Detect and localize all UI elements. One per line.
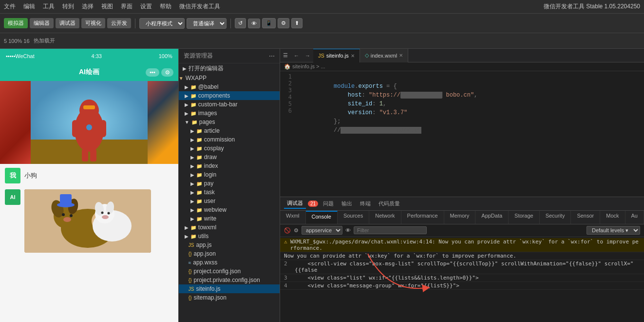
refresh-btn[interactable]: ↺ <box>235 18 246 28</box>
dt-tab-sensor[interactable]: Sensor <box>571 211 600 224</box>
dt-tab-performance[interactable]: Performance <box>401 211 444 224</box>
dt-tab-network[interactable]: Network <box>369 211 401 224</box>
collapse-btn[interactable]: ☰ <box>280 51 291 60</box>
editor-devtools-area: ☰ ← → JS siteinfo.js ✕ ◇ index.wxml ✕ 🏠 … <box>280 49 644 322</box>
file-appjs[interactable]: JSapp.js <box>179 241 280 249</box>
dt-tab-memory[interactable]: Memory <box>444 211 476 224</box>
folder-webview[interactable]: ▶📁webview <box>179 205 280 214</box>
phone-settings-btn[interactable]: ⊙ <box>161 68 173 77</box>
mode-select[interactable]: 小程序模式 插件模式 <box>139 18 185 29</box>
menu-file[interactable]: 文件 <box>4 2 16 11</box>
settings-btn[interactable]: ⚙ <box>278 18 289 28</box>
menu-wx-devtools[interactable]: 微信开发者工具 <box>179 2 220 11</box>
editor-btn[interactable]: 编辑器 <box>30 18 54 28</box>
dt-tab-sources[interactable]: Sources <box>338 211 369 224</box>
visualize-btn[interactable]: 可视化 <box>81 18 105 28</box>
code-editor-area[interactable]: 1 2 3 4 5 6 module.exports = { host: "ht… <box>280 71 644 197</box>
dt-tab-storage[interactable]: Storage <box>509 211 540 224</box>
folder-user[interactable]: ▶📁user <box>179 197 280 205</box>
console-settings-btn[interactable]: ⚙ <box>294 227 299 234</box>
menu-select[interactable]: 选择 <box>82 2 94 11</box>
forward-btn[interactable]: → <box>302 51 313 60</box>
dt-tab-console[interactable]: Console <box>306 211 338 224</box>
code-content[interactable]: module.exports = { host: "https://██████… <box>295 71 644 128</box>
folder-pay[interactable]: ▶📁pay <box>179 179 280 188</box>
tab-index-wxml[interactable]: ◇ index.wxml ✕ <box>360 49 408 62</box>
folder-custom-tab-bar[interactable]: ▶ 📁 custom-tab-bar <box>179 100 280 109</box>
dt-tab-security[interactable]: Security <box>540 211 571 224</box>
menu-edit[interactable]: 编辑 <box>23 2 35 11</box>
folder-commission[interactable]: ▶📁commission <box>179 135 280 144</box>
compile-select[interactable]: 普通编译 <box>187 18 227 29</box>
dt-tab-wxml[interactable]: Wxml <box>280 211 306 224</box>
menu-goto[interactable]: 转到 <box>62 2 74 11</box>
file-sitemap[interactable]: {}sitemap.json <box>179 293 280 302</box>
device-btn[interactable]: 📱 <box>262 18 276 28</box>
root-folder[interactable]: ▼ WXAPP <box>179 74 280 82</box>
user-avatar: 我 <box>5 168 20 183</box>
folder-task[interactable]: ▶📁task <box>179 188 280 197</box>
menu-settings[interactable]: 设置 <box>140 2 152 11</box>
tab-close-siteinfo[interactable]: ✕ <box>351 53 355 59</box>
file-project-config[interactable]: {}project.config.json <box>179 267 280 276</box>
debugger-btn[interactable]: 调试器 <box>56 18 79 28</box>
dt-tab-appdata[interactable]: AppData <box>475 211 509 224</box>
eye-btn[interactable]: 👁 <box>345 227 351 233</box>
dt-top-output[interactable]: 输出 <box>339 199 355 208</box>
file-project-private[interactable]: {}project.private.config.json <box>179 276 280 284</box>
dt-top-quality[interactable]: 代码质量 <box>376 199 403 208</box>
folder-components[interactable]: ▶ 📁 components <box>179 91 280 100</box>
folder-draw[interactable]: ▶📁draw <box>179 153 280 161</box>
menu-view[interactable]: 视图 <box>101 2 113 11</box>
folder-pages[interactable]: ▼ 📁 pages <box>179 118 280 126</box>
open-editors-section[interactable]: ▶ 打开的编辑器 <box>179 63 280 74</box>
svg-point-26 <box>101 212 104 214</box>
tab-siteinfo[interactable]: JS siteinfo.js ✕ <box>313 49 360 62</box>
main-layout: •••••WeChat 4:33 100% AI绘画 ••• ⊙ <box>0 49 644 322</box>
menu-tools[interactable]: 工具 <box>43 2 55 11</box>
tab-close-wxml[interactable]: ✕ <box>399 53 403 58</box>
root-label: WXAPP <box>186 75 207 81</box>
console-filter[interactable] <box>354 226 427 234</box>
menu-help[interactable]: 帮助 <box>160 2 171 11</box>
simulator-btn[interactable]: 模拟器 <box>4 18 28 28</box>
dt-top-terminal[interactable]: 终端 <box>357 199 374 208</box>
folder-write[interactable]: ▶📁write <box>179 214 280 223</box>
folder-login[interactable]: ▶📁login <box>179 170 280 179</box>
folder-babel[interactable]: ▶ 📁 @babel <box>179 82 280 91</box>
file-tree: ▶ 打开的编辑器 ▼ WXAPP ▶ 📁 @babel ▶ 📁 componen… <box>179 63 280 322</box>
dt-tab-mock[interactable]: Mock <box>600 211 625 224</box>
dt-top-debugger[interactable]: 调试器 <box>284 199 306 209</box>
svg-point-20 <box>70 214 73 217</box>
file-appwxss[interactable]: ≈app.wxss <box>179 258 280 267</box>
explorer-more-icon[interactable]: ⋯ <box>269 53 275 60</box>
folder-cosplay[interactable]: ▶📁cosplay <box>179 144 280 153</box>
back-btn[interactable]: ← <box>291 51 302 60</box>
upload-btn[interactable]: ⬆ <box>291 18 303 28</box>
context-select[interactable]: appservice <box>302 226 342 235</box>
dt-top-problems[interactable]: 问题 <box>320 199 337 208</box>
file-siteinfo[interactable]: JSsiteinfo.js <box>179 284 280 293</box>
file-appjson[interactable]: {}app.json <box>179 249 280 258</box>
phone-battery: 100% <box>159 53 172 59</box>
devtools-top-tabs: 调试器 21 问题 输出 终端 代码质量 <box>280 197 644 211</box>
devtools-main-tabs: Wxml Console Sources Network Performance… <box>280 211 644 224</box>
log-level-select[interactable]: Default levels ▾ <box>587 226 640 235</box>
phone-more-btn[interactable]: ••• <box>146 68 159 77</box>
folder-towxml[interactable]: ▶📁towxml <box>179 223 280 232</box>
svg-rect-5 <box>83 105 95 109</box>
menu-interface[interactable]: 界面 <box>121 2 133 11</box>
clear-console-btn[interactable]: 🚫 <box>284 227 291 234</box>
hot-reload[interactable]: 热加载开 <box>34 37 55 44</box>
dt-tab-au[interactable]: Au <box>625 211 644 224</box>
folder-images[interactable]: ▶ 📁 images <box>179 109 280 118</box>
folder-index[interactable]: ▶📁index <box>179 161 280 170</box>
preview-btn[interactable]: 👁 <box>248 19 260 28</box>
folder-article[interactable]: ▶📁article <box>179 126 280 135</box>
console-line-2: Now you can provide attr `wx:key` for a … <box>280 252 644 260</box>
phone-action-buttons: ••• ⊙ <box>146 68 173 77</box>
phone-preview: •••••WeChat 4:33 100% AI绘画 ••• ⊙ <box>0 49 179 322</box>
svg-point-21 <box>63 217 71 222</box>
folder-utils[interactable]: ▶📁utils <box>179 232 280 241</box>
cloud-btn[interactable]: 云开发 <box>107 18 131 28</box>
